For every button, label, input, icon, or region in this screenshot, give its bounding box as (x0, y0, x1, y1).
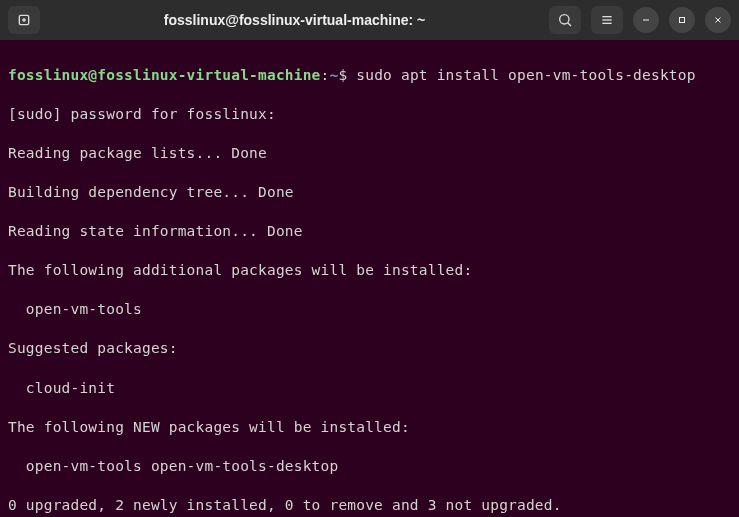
search-button[interactable] (549, 6, 581, 34)
maximize-button[interactable] (669, 7, 695, 33)
svg-line-4 (568, 23, 571, 26)
terminal-line: open-vm-tools open-vm-tools-desktop (8, 457, 731, 477)
terminal-line: Suggested packages: (8, 339, 731, 359)
minimize-button[interactable] (633, 7, 659, 33)
terminal-line: cloud-init (8, 379, 731, 399)
terminal-line: The following NEW packages will be insta… (8, 418, 731, 438)
terminal-line: fosslinux@fosslinux-virtual-machine:~$ s… (8, 66, 731, 86)
prompt-userhost: fosslinux@fosslinux-virtual-machine (8, 67, 321, 83)
svg-rect-9 (680, 18, 685, 23)
svg-point-3 (560, 15, 569, 24)
titlebar-right (549, 6, 731, 34)
window-titlebar: fosslinux@fosslinux-virtual-machine: ~ (0, 0, 739, 40)
terminal-content[interactable]: fosslinux@fosslinux-virtual-machine:~$ s… (0, 40, 739, 517)
terminal-line: Reading state information... Done (8, 222, 731, 242)
terminal-line: Building dependency tree... Done (8, 183, 731, 203)
new-tab-button[interactable] (8, 6, 40, 34)
terminal-line: [sudo] password for fosslinux: (8, 105, 731, 125)
titlebar-left (8, 6, 40, 34)
command-text: sudo apt install open-vm-tools-desktop (356, 67, 695, 83)
terminal-line: Reading package lists... Done (8, 144, 731, 164)
menu-button[interactable] (591, 6, 623, 34)
close-button[interactable] (705, 7, 731, 33)
terminal-line: open-vm-tools (8, 300, 731, 320)
terminal-line: 0 upgraded, 2 newly installed, 0 to remo… (8, 496, 731, 516)
window-title: fosslinux@fosslinux-virtual-machine: ~ (48, 12, 541, 28)
terminal-line: The following additional packages will b… (8, 261, 731, 281)
prompt-symbol: $ (338, 67, 347, 83)
